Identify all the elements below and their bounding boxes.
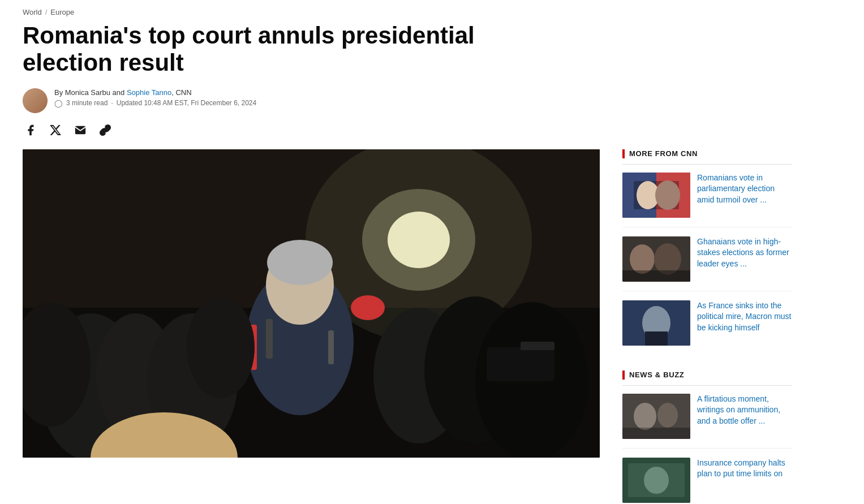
sidebar: MORE FROM CNN Romanians vote [622, 149, 792, 504]
article-headline: Romania's top court annuls presidential … [23, 22, 566, 77]
more-from-cnn-title: MORE FROM CNN [622, 149, 792, 165]
svg-rect-35 [645, 331, 668, 346]
svg-rect-15 [266, 319, 273, 359]
svg-point-38 [634, 403, 656, 430]
svg-point-10 [267, 240, 333, 285]
content-layout: MORE FROM CNN Romanians vote [23, 149, 841, 504]
twitter-share-button[interactable] [48, 122, 63, 138]
svg-rect-32 [622, 270, 690, 282]
clock-icon: ◯ [54, 99, 63, 107]
avatar [23, 88, 48, 113]
svg-point-43 [644, 467, 669, 494]
sidebar-article-2-text: Ghanaians vote in high-stakes elections … [697, 236, 792, 282]
svg-point-19 [187, 296, 255, 398]
breadcrumb-separator: / [45, 8, 48, 16]
sidebar-thumb-5 [622, 458, 690, 503]
breadcrumb: World / Europe [23, 0, 841, 22]
byline-text: By Monica Sarbu and Sophie Tanno, CNN ◯ … [54, 88, 256, 107]
more-from-cnn-section: MORE FROM CNN Romanians vote [622, 149, 792, 355]
news-buzz-title: NEWS & BUZZ [622, 371, 792, 386]
author-link-sophie[interactable]: Sophie Tanno [127, 88, 171, 97]
sidebar-article-1: Romanians vote in parliamentary election… [622, 173, 792, 227]
breadcrumb-europe[interactable]: Europe [50, 8, 74, 16]
svg-point-31 [654, 243, 681, 275]
sidebar-article-1-title[interactable]: Romanians vote in parliamentary election… [697, 173, 792, 206]
byline-meta: ◯ 3 minute read · Updated 10:48 AM EST, … [54, 99, 256, 107]
updated-time: Updated 10:48 AM EST, Fri December 6, 20… [117, 99, 256, 107]
sidebar-thumb-3 [622, 300, 690, 346]
svg-rect-16 [328, 330, 334, 364]
sidebar-article-4: A flirtatious moment, writings on ammuni… [622, 394, 792, 449]
email-share-button[interactable] [72, 122, 88, 138]
sidebar-article-4-title[interactable]: A flirtatious moment, writings on ammuni… [697, 394, 792, 427]
sidebar-article-5-text: Insurance company halts plan to put time… [697, 458, 792, 503]
sidebar-thumb-2 [622, 236, 690, 282]
byline-row: By Monica Sarbu and Sophie Tanno, CNN ◯ … [23, 88, 841, 113]
svg-rect-21 [487, 347, 554, 381]
sidebar-article-3: As France sinks into the political mire,… [622, 300, 792, 355]
sidebar-thumb-4 [622, 394, 690, 439]
byline-authors: By Monica Sarbu and Sophie Tanno, CNN [54, 88, 256, 97]
dot-separator: · [111, 99, 113, 107]
svg-point-39 [657, 403, 678, 428]
news-buzz-section: NEWS & BUZZ A flirtatious moment, writin… [622, 371, 792, 504]
svg-point-20 [351, 295, 385, 320]
sidebar-article-2: Ghanaians vote in high-stakes elections … [622, 236, 792, 291]
copy-link-button[interactable] [97, 122, 113, 138]
sidebar-article-4-text: A flirtatious moment, writings on ammuni… [697, 394, 792, 439]
sidebar-thumb-1 [622, 173, 690, 218]
svg-point-30 [630, 244, 655, 274]
facebook-share-button[interactable] [23, 122, 38, 138]
sidebar-article-3-title[interactable]: As France sinks into the political mire,… [697, 300, 792, 334]
share-bar [23, 122, 841, 138]
sidebar-article-1-text: Romanians vote in parliamentary election… [697, 173, 792, 218]
svg-rect-40 [622, 428, 690, 439]
sidebar-article-5-title[interactable]: Insurance company halts plan to put time… [697, 458, 792, 480]
sidebar-article-5: Insurance company halts plan to put time… [622, 458, 792, 504]
sidebar-article-2-title[interactable]: Ghanaians vote in high-stakes elections … [697, 236, 792, 270]
svg-rect-22 [521, 342, 554, 350]
read-time: 3 minute read [66, 99, 108, 107]
sidebar-article-3-text: As France sinks into the political mire,… [697, 300, 792, 346]
main-article-image [23, 149, 600, 458]
breadcrumb-world[interactable]: World [23, 8, 42, 16]
svg-point-28 [655, 180, 680, 210]
main-content [23, 149, 600, 458]
